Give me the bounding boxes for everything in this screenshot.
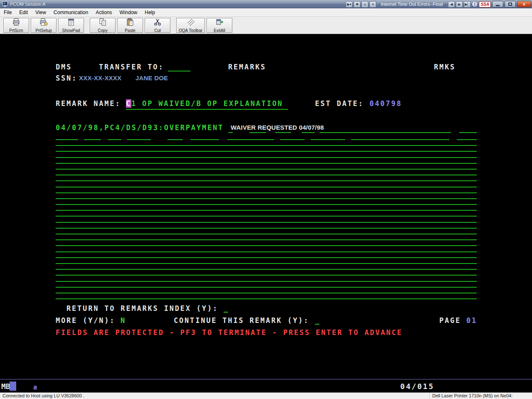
transfer-to-label: TRANSFER TO:: [99, 63, 164, 71]
page-label: PAGE: [439, 316, 461, 325]
menu-help[interactable]: Help: [141, 9, 159, 16]
blank-remark-line: [56, 180, 477, 181]
blank-remark-line: [56, 151, 477, 152]
ssn-label: SSN:: [56, 74, 77, 82]
redaction-patch: [219, 138, 227, 141]
blank-remark-line: [56, 251, 477, 252]
exitall-button[interactable]: ExitAll: [207, 18, 232, 33]
menu-communication[interactable]: Communication: [50, 9, 92, 16]
blank-remark-line: [56, 287, 477, 288]
exit-icon: [215, 18, 224, 28]
window-title: PCOM Session A: [10, 2, 45, 7]
dropdown-icon[interactable]: ▾: [369, 1, 376, 7]
transfer-to-field[interactable]: [168, 71, 190, 71]
menu-actions[interactable]: Actions: [92, 9, 116, 16]
return-to-index-field[interactable]: _: [224, 304, 229, 313]
blank-remark-line: [56, 257, 477, 258]
misc-group: OQA Toolbar ExitAll: [176, 18, 232, 33]
blank-remark-line: [56, 157, 477, 158]
remark-name-field[interactable]: C1 OP WAIVED/B OP EXPLANATION: [126, 99, 283, 108]
blank-remark-line: [56, 198, 477, 199]
asterisk-icon[interactable]: ✱: [354, 1, 360, 7]
prtsetup-button[interactable]: PrtSetup: [31, 18, 57, 33]
continue-remark-field[interactable]: _: [315, 316, 320, 325]
redaction-patch: [78, 138, 84, 141]
scissors-icon: [153, 18, 162, 28]
redaction-patch: [315, 131, 320, 134]
redaction-patch: [291, 131, 302, 134]
blank-remark-line: [56, 239, 477, 240]
blank-remark-line: [56, 222, 477, 223]
remark-name-label: REMARK NAME:: [56, 99, 121, 108]
page-number: 01: [466, 316, 477, 325]
remark-name-value: 1 OP WAIVED/B OP EXPLANATION: [131, 99, 283, 108]
cut-button[interactable]: Cut: [145, 18, 170, 33]
paste-button[interactable]: Paste: [117, 18, 143, 33]
oia-cursor-position: 04/015: [400, 382, 434, 391]
remarks-title: REMARKS: [228, 63, 266, 71]
blank-remark-line: [56, 145, 477, 146]
skip-button[interactable]: ▶▏: [464, 1, 470, 7]
restore-button[interactable]: [505, 1, 516, 7]
oqa-toolbar-button[interactable]: OQA Toolbar: [176, 18, 205, 33]
menu-view[interactable]: View: [32, 9, 50, 16]
redaction-patch: [266, 131, 275, 134]
info-icon[interactable]: !: [472, 1, 478, 7]
terminal-cursor: C: [126, 99, 131, 108]
remark-annotation: WAIVER REQUESTED 04/07/98: [231, 124, 324, 131]
titlebar-controls: ▶▾ ✱ ◎ ▾ Internet Time Out Errors--Final…: [346, 0, 531, 8]
showpad-button[interactable]: ShowPad: [58, 18, 84, 33]
est-date-value: 040798: [369, 99, 402, 108]
terminal-screen: DMS TRANSFER TO: REMARKS RMKS SSN: XXX-X…: [0, 34, 532, 392]
remark-body-text: 04/07/98,PC4/DS/D93:OVERPAYMENT: [56, 123, 224, 132]
menu-edit[interactable]: Edit: [15, 9, 32, 16]
redaction-patch: [274, 138, 280, 141]
blank-remark-line: [56, 234, 477, 234]
return-to-index-label: RETURN TO REMARKS INDEX (Y):: [66, 304, 218, 313]
blank-remark-line: [56, 163, 477, 164]
blank-remark-line: [56, 275, 477, 276]
blank-remark-line: [56, 245, 477, 246]
play-dropdown-button[interactable]: ▶▾: [346, 1, 352, 7]
ssa-logo: SSA: [479, 1, 491, 7]
claimant-name: JANE DOE: [135, 74, 168, 81]
copy-icon: [99, 18, 107, 28]
printer-setup-icon: [39, 18, 48, 28]
menu-file[interactable]: File: [0, 9, 15, 16]
blank-remark-line: [56, 293, 477, 293]
prtscrn-button[interactable]: PrtScrn: [3, 18, 29, 33]
blank-remark-line: [56, 281, 477, 282]
menu-bar: File Edit View Communication Actions Win…: [0, 8, 532, 17]
protected-fields-warning: FIELDS ARE PROTECTED - PF3 TO TERMINATE …: [56, 328, 402, 337]
minimize-button[interactable]: [492, 1, 503, 7]
blank-remark-line: [56, 204, 477, 205]
menu-window[interactable]: Window: [116, 9, 141, 16]
remark-name-underline: [126, 109, 288, 110]
close-button[interactable]: ×: [517, 1, 531, 7]
redaction-patch: [305, 138, 310, 141]
continue-remark-label: CONTINUE THIS REMARK (Y):: [174, 316, 309, 325]
redaction-patch: [233, 131, 249, 134]
play-button[interactable]: ▶: [456, 1, 463, 7]
status-bar: Connected to Host using LU V3528600 . De…: [0, 392, 532, 399]
blank-remark-line: [56, 192, 477, 193]
record-icon[interactable]: ◎: [362, 1, 368, 7]
more-value[interactable]: N: [121, 316, 126, 325]
oia-status: MB: [1, 382, 10, 391]
more-label: MORE (Y/N):: [56, 316, 115, 325]
app-icon: [2, 1, 8, 7]
notepad-icon: [67, 18, 75, 28]
remark-line-fill: [228, 132, 477, 133]
est-date-label: EST DATE:: [315, 99, 364, 108]
redaction-patch: [183, 138, 190, 141]
hatch-icon: [187, 18, 195, 28]
blank-remark-line: [56, 210, 477, 211]
prev-button[interactable]: ◀: [448, 1, 455, 7]
blank-remark-line: [56, 187, 477, 187]
connection-status: Connected to Host using LU V3528600 .: [0, 393, 430, 399]
blank-remark-line: [56, 169, 477, 170]
redaction-patch: [101, 138, 108, 141]
printer-status: Dell Laser Printer 1710n (MS) on Ne04:: [430, 393, 532, 399]
blank-remark-line: [56, 175, 477, 175]
copy-button[interactable]: Copy: [90, 18, 116, 33]
